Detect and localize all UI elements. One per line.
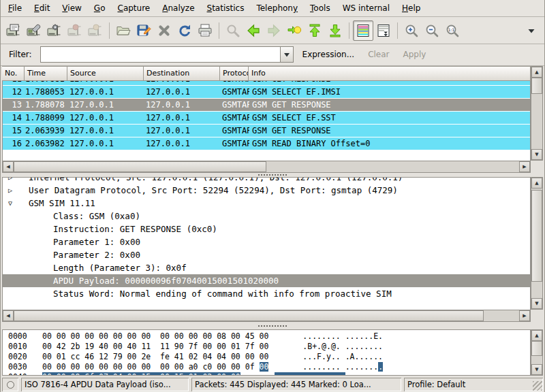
column-header-destination[interactable]: Destination xyxy=(144,66,220,81)
scroll-down-icon[interactable]: ▼ xyxy=(531,149,542,160)
clear-button[interactable]: Clear xyxy=(363,47,394,62)
hex-row-0010[interactable]: 001000 42 2b 19 40 00 40 11 11 90 7f 00 … xyxy=(8,342,530,352)
menu-telephony[interactable]: Telephony xyxy=(250,1,304,16)
expert-info-box[interactable] xyxy=(2,378,18,391)
menu-capture[interactable]: Capture xyxy=(111,1,156,16)
packet-row-11[interactable]: 111.787881127.0.0.1127.0.0.1GSMTAPGSM GE… xyxy=(3,81,530,86)
find-packet-button[interactable] xyxy=(223,20,243,41)
filter-input[interactable] xyxy=(40,46,280,63)
hex-row-0040[interactable]: 004000 00 09 6f 07 04 00 15 00 15 01 02 … xyxy=(8,372,530,376)
capture-start-button[interactable] xyxy=(44,20,65,41)
zoom-in-button[interactable] xyxy=(401,20,422,41)
details-hscrollbar[interactable]: ◀ ▶ xyxy=(2,310,531,322)
colorize-toggle-button[interactable] xyxy=(353,20,373,41)
menu-analyze[interactable]: Analyze xyxy=(156,1,200,16)
file-open-button[interactable] xyxy=(113,20,134,41)
details-vscrollbar[interactable]: ▲ ▼ xyxy=(531,177,543,310)
cell-time: 1.787881 xyxy=(25,81,68,85)
packet-row-12[interactable]: 121.788053127.0.0.1127.0.0.1GSMTAPGSM SE… xyxy=(3,86,530,99)
expander-collapsed-icon[interactable]: ▷ xyxy=(3,184,29,197)
bytes-vscrollbar[interactable]: ▲ ▼ xyxy=(531,329,543,376)
expander-collapsed-icon[interactable]: ▷ xyxy=(3,177,29,184)
detail-row[interactable]: ▷User Datagram Protocol, Src Port: 52294… xyxy=(3,184,530,197)
scroll-left-icon[interactable]: ◀ xyxy=(3,310,14,321)
vscroll-thumb[interactable] xyxy=(531,78,542,94)
filter-dropdown-button[interactable] xyxy=(280,46,294,63)
auto-scroll-toggle-button[interactable] xyxy=(373,20,394,41)
capture-stop-button[interactable] xyxy=(65,20,85,41)
scroll-up-icon[interactable]: ▲ xyxy=(531,330,542,341)
vscroll-track[interactable] xyxy=(531,341,542,364)
menu-statistics[interactable]: Statistics xyxy=(201,1,251,16)
reload-button[interactable] xyxy=(174,20,195,41)
vscroll-thumb[interactable] xyxy=(531,190,542,282)
menu-ws-internal[interactable]: WS internal xyxy=(337,1,396,16)
print-button[interactable] xyxy=(195,20,215,41)
packet-row-14[interactable]: 141.788099127.0.0.1127.0.0.1GSMTAPGSM SE… xyxy=(3,112,530,125)
vscroll-track[interactable] xyxy=(531,78,542,149)
packet-list-vscrollbar[interactable]: ▲ ▼ xyxy=(531,66,543,161)
scroll-down-icon[interactable]: ▼ xyxy=(531,298,542,309)
zoom-out-button[interactable] xyxy=(422,20,442,41)
column-header-protocol[interactable]: Protocol xyxy=(220,66,249,81)
toolbar-separator xyxy=(349,22,349,39)
expander-expanded-icon[interactable]: ▽ xyxy=(3,197,29,210)
apply-button[interactable]: Apply xyxy=(399,47,431,62)
menu-help[interactable]: Help xyxy=(396,1,426,16)
detail-row[interactable]: Parameter 1: 0x00 xyxy=(3,235,530,248)
capture-options-button[interactable] xyxy=(24,20,44,41)
detail-row[interactable]: Parameter 2: 0x00 xyxy=(3,248,530,261)
pane-splitter-bottom[interactable] xyxy=(1,322,544,329)
scroll-up-icon[interactable]: ▲ xyxy=(531,178,542,189)
hex-ascii: ........ ........ xyxy=(302,362,383,372)
menu-go[interactable]: Go xyxy=(88,1,112,16)
detail-row[interactable]: Status Word: Normal ending of command wi… xyxy=(3,287,530,300)
menu-view[interactable]: View xyxy=(56,1,87,16)
detail-row[interactable]: Instruction: GET RESPONSE (0xc0) xyxy=(3,223,530,235)
expression-button[interactable]: Expression... xyxy=(298,47,360,62)
window-resize-grip[interactable] xyxy=(533,381,542,391)
scroll-left-icon[interactable]: ◀ xyxy=(3,161,14,172)
column-header-no[interactable]: No. xyxy=(2,66,25,81)
hscroll-thumb[interactable] xyxy=(14,310,484,321)
menu-file[interactable]: File xyxy=(2,1,28,16)
go-forward-button[interactable] xyxy=(264,20,284,41)
packet-row-13[interactable]: 131.788078127.0.0.1127.0.0.1GSMTAPGSM GE… xyxy=(3,99,530,112)
vscroll-thumb[interactable] xyxy=(531,341,542,356)
packet-list-hscrollbar[interactable]: ◀ ▶ xyxy=(2,161,531,173)
hex-row-0030[interactable]: 003000 00 00 00 00 00 00 00 00 00 a0 c0 … xyxy=(8,362,530,372)
detail-row[interactable]: Length (Parameter 3): 0x0f xyxy=(3,261,530,274)
packet-row-16[interactable]: 162.063982127.0.0.1127.0.0.1GSMTAPGSM RE… xyxy=(3,137,530,150)
scroll-right-icon[interactable]: ▶ xyxy=(519,161,530,172)
hex-row-0000[interactable]: 000000 00 00 00 00 00 00 00 00 00 00 00 … xyxy=(8,331,530,342)
hscroll-track[interactable] xyxy=(14,161,519,172)
detail-row[interactable]: ▷Internet Protocol, Src: 127.0.0.1 (127.… xyxy=(3,177,530,184)
scroll-up-icon[interactable]: ▲ xyxy=(531,67,542,78)
detail-row[interactable]: ▽GSM SIM 11.11 xyxy=(3,197,530,210)
file-close-button[interactable] xyxy=(154,20,174,41)
filter-label[interactable]: Filter: xyxy=(5,48,36,61)
go-to-bottom-button[interactable] xyxy=(325,20,345,41)
hscroll-thumb[interactable] xyxy=(14,161,266,172)
go-back-button[interactable] xyxy=(243,20,264,41)
capture-restart-button[interactable] xyxy=(85,20,106,41)
detail-row[interactable]: APDU Payload: 000000096f0704001500150102… xyxy=(3,274,530,287)
menu-edit[interactable]: Edit xyxy=(28,1,56,16)
go-to-top-button[interactable] xyxy=(305,20,325,41)
goto-packet-button[interactable] xyxy=(284,20,305,41)
capture-interfaces-button[interactable] xyxy=(3,20,24,41)
hex-row-0020[interactable]: 002000 01 cc 46 12 79 00 2e fe 41 02 04 … xyxy=(8,352,530,362)
file-save-button[interactable] xyxy=(134,20,154,41)
hscroll-track[interactable] xyxy=(14,310,519,321)
detail-row[interactable]: Class: GSM (0xa0) xyxy=(3,210,530,223)
zoom-normal-button[interactable]: 1:1 xyxy=(442,20,463,41)
vscroll-track[interactable] xyxy=(531,189,542,298)
toolbar-overflow-button[interactable] xyxy=(521,20,542,41)
column-header-time[interactable]: Time xyxy=(25,66,67,81)
scroll-right-icon[interactable]: ▶ xyxy=(519,310,530,321)
column-header-source[interactable]: Source xyxy=(67,66,144,81)
column-header-info[interactable]: Info xyxy=(249,66,531,81)
menu-tools[interactable]: Tools xyxy=(304,1,337,16)
scroll-down-icon[interactable]: ▼ xyxy=(531,364,542,375)
packet-row-15[interactable]: 152.063939127.0.0.1127.0.0.1GSMTAPGSM GE… xyxy=(3,125,530,137)
